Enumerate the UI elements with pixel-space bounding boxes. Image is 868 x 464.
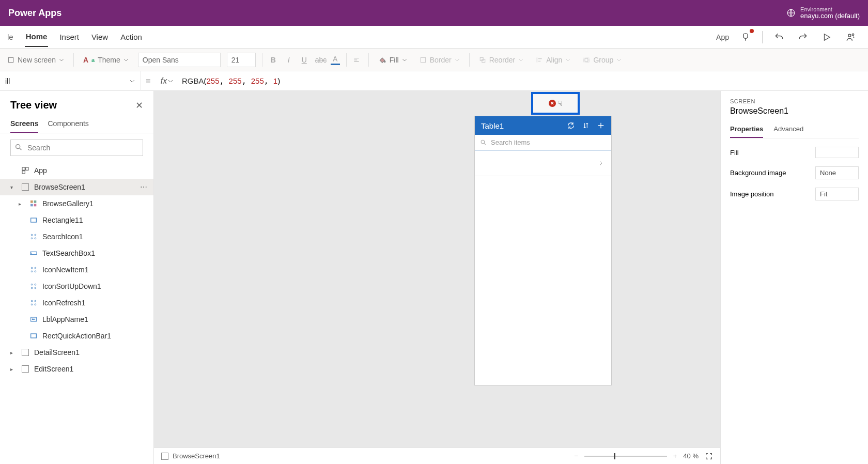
svg-point-25 [31,271,33,272]
tree-item-rectquickactionbar1[interactable]: RectQuickActionBar1 [0,328,153,344]
svg-rect-7 [584,57,590,63]
tab-screens[interactable]: Screens [10,115,38,133]
border-button[interactable]: Border [416,54,463,66]
app-preview-search[interactable]: Search items [475,135,611,150]
bg-image-value[interactable]: None [815,166,859,179]
tree-item-rectangle11[interactable]: Rectangle11 [0,212,153,228]
fill-color-swatch[interactable] [815,147,859,158]
tree-item-app[interactable]: App [0,162,153,179]
svg-point-26 [35,271,36,272]
tree-item-textsearchbox1[interactable]: TextSearchBox1 [0,245,153,261]
tab-advanced[interactable]: Advanced [773,122,803,138]
error-icon[interactable]: ✕ [549,100,556,107]
icon-icon [29,298,38,307]
menu-insert[interactable]: Insert [58,27,80,47]
menu-home[interactable]: Home [25,27,49,47]
new-screen-button[interactable]: New screen [4,54,67,66]
plus-icon[interactable] [597,121,605,130]
fill-button[interactable]: Fill [375,54,410,66]
separator [368,53,369,67]
font-color-icon[interactable]: A [331,55,340,65]
property-selector[interactable]: ill [0,71,141,91]
underline-icon[interactable]: U [300,56,309,64]
textbox-icon [29,249,38,258]
svg-point-31 [31,300,33,302]
sort-icon[interactable] [582,121,590,130]
zoom-slider[interactable] [584,456,667,457]
zoom-in-icon[interactable]: + [673,452,677,460]
fx-icon[interactable]: fx [156,76,178,86]
formula-input[interactable]: RGBA(255, 255, 255, 1) [178,76,280,86]
svg-point-27 [31,284,33,285]
tree-item-label: EditScreen1 [34,365,73,373]
separator [469,53,470,67]
svg-rect-11 [26,167,28,170]
rect-icon [29,331,38,341]
divider [762,31,763,43]
redo-icon[interactable] [796,30,810,44]
fill-label: Fill [390,56,399,64]
italic-icon[interactable]: I [284,56,293,64]
tree-item-detailscreen1[interactable]: ▸DetailScreen1 [0,344,153,361]
icon-icon [29,282,38,291]
globe-icon [786,8,796,18]
fit-icon[interactable] [705,452,713,460]
svg-point-19 [35,234,36,236]
share-icon[interactable] [843,30,858,44]
strikethrough-icon[interactable]: abc [315,56,324,64]
tree-item-editscreen1[interactable]: ▸EditScreen1 [0,361,153,377]
tab-properties[interactable]: Properties [730,122,763,138]
tab-components[interactable]: Components [48,115,88,133]
play-icon[interactable] [819,30,834,44]
app-selector[interactable]: App [716,33,729,41]
align-icon[interactable] [353,56,362,64]
svg-point-32 [35,300,36,302]
breadcrumb[interactable]: BrowseScreen1 [173,452,220,460]
tree-item-label: App [34,166,47,175]
prop-row-bg: Background image None [730,166,859,179]
reorder-button[interactable]: Reorder [476,54,527,66]
search-icon [14,143,23,151]
selection-box[interactable]: ✕ ☟ [531,92,580,115]
menu-action[interactable]: Action [119,27,143,47]
theme-label: Theme [98,56,120,64]
svg-point-28 [35,284,36,285]
reorder-label: Reorder [489,56,516,64]
undo-icon[interactable] [772,30,786,44]
canvas-stage[interactable]: Table1 Search items ✕ ☟ [154,91,720,447]
group-button[interactable]: Group [580,54,625,66]
separator [262,53,262,67]
tree-item-iconnewitem1[interactable]: IconNewItem1 [0,261,153,278]
app-preview-row[interactable] [475,150,611,176]
refresh-icon[interactable] [567,121,575,130]
app-checker-icon[interactable] [738,30,753,44]
prop-row-imgpos: Image position Fit [730,188,859,200]
environment-picker[interactable]: Environment enayu.com (default) [786,6,860,20]
app-preview[interactable]: Table1 Search items [474,116,612,385]
tree-item-lblappname1[interactable]: LblAppName1 [0,311,153,328]
app-title: Power Apps [8,8,61,19]
font-size-input[interactable] [227,53,256,67]
svg-point-9 [16,145,20,149]
menu-view[interactable]: View [90,27,109,47]
svg-rect-14 [34,200,37,203]
zoom-out-icon[interactable]: − [574,452,578,460]
property-selector-value: ill [5,77,10,85]
tree-search-input[interactable] [10,140,143,156]
tree-item-browsescreen1[interactable]: ▾BrowseScreen1⋯ [0,179,153,195]
tree-item-iconrefresh1[interactable]: IconRefresh1 [0,295,153,311]
prop-row-fill: Fill [730,147,859,158]
svg-rect-15 [30,204,33,207]
font-family-input[interactable] [138,53,221,67]
tree-item-searchicon1[interactable]: SearchIcon1 [0,228,153,245]
tree-item-iconsortupdown1[interactable]: IconSortUpDown1 [0,278,153,295]
align-button[interactable]: Align [533,54,574,66]
more-icon[interactable]: ⋯ [140,183,147,191]
menu-file[interactable]: le [6,27,14,47]
bold-icon[interactable]: B [269,56,278,64]
img-pos-value[interactable]: Fit [815,188,859,200]
close-icon[interactable]: ✕ [135,100,143,111]
theme-button[interactable]: Aa Theme [80,54,132,66]
tree-item-browsegallery1[interactable]: ▸BrowseGallery1 [0,195,153,212]
label-icon [29,315,38,324]
